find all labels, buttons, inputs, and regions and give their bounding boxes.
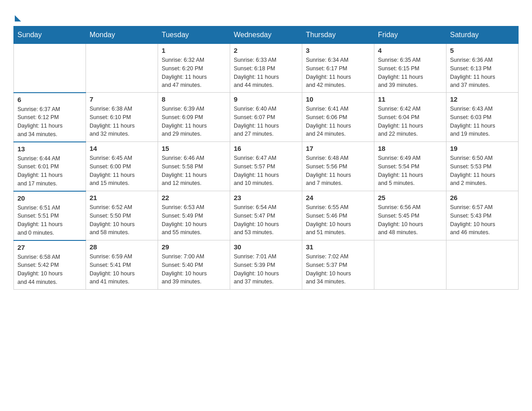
day-header-thursday: Thursday <box>302 26 374 44</box>
day-info: Sunrise: 6:32 AMSunset: 6:20 PMDaylight:… <box>162 56 226 90</box>
calendar-cell: 30Sunrise: 7:01 AMSunset: 5:39 PMDayligh… <box>230 240 302 290</box>
day-info: Sunrise: 6:45 AMSunset: 6:00 PMDaylight:… <box>90 154 154 188</box>
logo-arrow-icon <box>15 15 21 21</box>
calendar-cell: 14Sunrise: 6:45 AMSunset: 6:00 PMDayligh… <box>86 142 158 191</box>
day-info: Sunrise: 6:33 AMSunset: 6:18 PMDaylight:… <box>234 56 298 90</box>
day-info: Sunrise: 7:02 AMSunset: 5:37 PMDaylight:… <box>306 253 370 286</box>
day-info: Sunrise: 6:56 AMSunset: 5:45 PMDaylight:… <box>378 203 442 237</box>
day-info: Sunrise: 6:57 AMSunset: 5:43 PMDaylight:… <box>450 203 515 237</box>
calendar-cell: 17Sunrise: 6:48 AMSunset: 5:56 PMDayligh… <box>302 142 374 191</box>
calendar-cell: 22Sunrise: 6:53 AMSunset: 5:49 PMDayligh… <box>158 191 230 240</box>
day-info: Sunrise: 6:48 AMSunset: 5:56 PMDaylight:… <box>306 154 370 188</box>
day-number: 26 <box>450 194 515 201</box>
day-number: 15 <box>162 145 226 152</box>
calendar-cell: 26Sunrise: 6:57 AMSunset: 5:43 PMDayligh… <box>446 191 519 240</box>
day-header-tuesday: Tuesday <box>158 26 230 44</box>
day-number: 31 <box>306 243 370 251</box>
logo <box>13 13 21 21</box>
calendar-cell: 25Sunrise: 6:56 AMSunset: 5:45 PMDayligh… <box>374 191 446 240</box>
calendar-cell: 20Sunrise: 6:51 AMSunset: 5:51 PMDayligh… <box>14 191 86 240</box>
day-info: Sunrise: 7:00 AMSunset: 5:40 PMDaylight:… <box>162 253 226 286</box>
day-number: 19 <box>450 145 515 152</box>
day-number: 9 <box>234 95 298 103</box>
calendar-table: SundayMondayTuesdayWednesdayThursdayFrid… <box>13 26 519 290</box>
calendar-cell: 27Sunrise: 6:58 AMSunset: 5:42 PMDayligh… <box>14 240 86 290</box>
day-number: 29 <box>162 243 226 251</box>
calendar-cell <box>446 240 519 290</box>
day-number: 20 <box>17 194 82 202</box>
day-info: Sunrise: 6:37 AMSunset: 6:12 PMDaylight:… <box>17 105 82 139</box>
page-header <box>13 9 519 21</box>
calendar-cell: 3Sunrise: 6:34 AMSunset: 6:17 PMDaylight… <box>302 44 374 93</box>
day-number: 8 <box>162 95 226 103</box>
day-info: Sunrise: 7:01 AMSunset: 5:39 PMDaylight:… <box>234 253 298 286</box>
day-number: 3 <box>306 47 370 54</box>
day-info: Sunrise: 6:55 AMSunset: 5:46 PMDaylight:… <box>306 203 370 237</box>
calendar-cell: 29Sunrise: 7:00 AMSunset: 5:40 PMDayligh… <box>158 240 230 290</box>
calendar-cell: 2Sunrise: 6:33 AMSunset: 6:18 PMDaylight… <box>230 44 302 93</box>
calendar-cell: 15Sunrise: 6:46 AMSunset: 5:58 PMDayligh… <box>158 142 230 191</box>
calendar-cell: 19Sunrise: 6:50 AMSunset: 5:53 PMDayligh… <box>446 142 519 191</box>
day-number: 2 <box>234 47 298 54</box>
day-number: 21 <box>90 194 154 201</box>
day-number: 12 <box>450 95 515 103</box>
day-info: Sunrise: 6:35 AMSunset: 6:15 PMDaylight:… <box>378 56 442 90</box>
day-info: Sunrise: 6:39 AMSunset: 6:09 PMDaylight:… <box>162 105 226 138</box>
calendar-cell: 31Sunrise: 7:02 AMSunset: 5:37 PMDayligh… <box>302 240 374 290</box>
day-info: Sunrise: 6:43 AMSunset: 6:03 PMDaylight:… <box>450 105 515 138</box>
calendar-cell: 12Sunrise: 6:43 AMSunset: 6:03 PMDayligh… <box>446 93 519 142</box>
day-info: Sunrise: 6:44 AMSunset: 6:01 PMDaylight:… <box>17 154 82 188</box>
day-info: Sunrise: 6:54 AMSunset: 5:47 PMDaylight:… <box>234 203 298 237</box>
day-header-saturday: Saturday <box>446 26 519 44</box>
day-number: 5 <box>450 47 515 54</box>
calendar-cell <box>14 44 86 93</box>
day-number: 14 <box>90 145 154 152</box>
day-info: Sunrise: 6:40 AMSunset: 6:07 PMDaylight:… <box>234 105 298 138</box>
day-header-monday: Monday <box>86 26 158 44</box>
day-number: 23 <box>234 194 298 201</box>
calendar-cell <box>86 44 158 93</box>
day-info: Sunrise: 6:58 AMSunset: 5:42 PMDaylight:… <box>17 253 82 287</box>
calendar-cell: 10Sunrise: 6:41 AMSunset: 6:06 PMDayligh… <box>302 93 374 142</box>
calendar-cell: 28Sunrise: 6:59 AMSunset: 5:41 PMDayligh… <box>86 240 158 290</box>
day-info: Sunrise: 6:59 AMSunset: 5:41 PMDaylight:… <box>90 253 154 286</box>
calendar-cell: 6Sunrise: 6:37 AMSunset: 6:12 PMDaylight… <box>14 93 86 142</box>
day-number: 18 <box>378 145 442 152</box>
day-number: 30 <box>234 243 298 251</box>
calendar-cell: 16Sunrise: 6:47 AMSunset: 5:57 PMDayligh… <box>230 142 302 191</box>
day-number: 11 <box>378 95 442 103</box>
day-info: Sunrise: 6:47 AMSunset: 5:57 PMDaylight:… <box>234 154 298 188</box>
day-number: 16 <box>234 145 298 152</box>
calendar-cell: 8Sunrise: 6:39 AMSunset: 6:09 PMDaylight… <box>158 93 230 142</box>
day-info: Sunrise: 6:53 AMSunset: 5:49 PMDaylight:… <box>162 203 226 237</box>
calendar-cell: 18Sunrise: 6:49 AMSunset: 5:54 PMDayligh… <box>374 142 446 191</box>
day-header-sunday: Sunday <box>14 26 86 44</box>
day-number: 22 <box>162 194 226 201</box>
day-number: 28 <box>90 243 154 251</box>
day-info: Sunrise: 6:41 AMSunset: 6:06 PMDaylight:… <box>306 105 370 138</box>
day-number: 13 <box>17 145 82 153</box>
day-number: 7 <box>90 95 154 103</box>
calendar-cell: 23Sunrise: 6:54 AMSunset: 5:47 PMDayligh… <box>230 191 302 240</box>
calendar-cell: 7Sunrise: 6:38 AMSunset: 6:10 PMDaylight… <box>86 93 158 142</box>
calendar-cell: 11Sunrise: 6:42 AMSunset: 6:04 PMDayligh… <box>374 93 446 142</box>
day-number: 6 <box>17 96 82 103</box>
day-number: 1 <box>162 47 226 54</box>
calendar-cell: 4Sunrise: 6:35 AMSunset: 6:15 PMDaylight… <box>374 44 446 93</box>
calendar-cell: 24Sunrise: 6:55 AMSunset: 5:46 PMDayligh… <box>302 191 374 240</box>
day-info: Sunrise: 6:36 AMSunset: 6:13 PMDaylight:… <box>450 56 515 90</box>
day-info: Sunrise: 6:51 AMSunset: 5:51 PMDaylight:… <box>17 204 82 237</box>
calendar-cell: 9Sunrise: 6:40 AMSunset: 6:07 PMDaylight… <box>230 93 302 142</box>
day-info: Sunrise: 6:34 AMSunset: 6:17 PMDaylight:… <box>306 56 370 90</box>
day-info: Sunrise: 6:42 AMSunset: 6:04 PMDaylight:… <box>378 105 442 138</box>
day-number: 17 <box>306 145 370 152</box>
day-number: 24 <box>306 194 370 201</box>
calendar-cell: 1Sunrise: 6:32 AMSunset: 6:20 PMDaylight… <box>158 44 230 93</box>
day-number: 25 <box>378 194 442 201</box>
day-number: 27 <box>17 244 82 251</box>
day-info: Sunrise: 6:46 AMSunset: 5:58 PMDaylight:… <box>162 154 226 188</box>
calendar-cell <box>374 240 446 290</box>
day-number: 4 <box>378 47 442 54</box>
day-number: 10 <box>306 95 370 103</box>
calendar-cell: 13Sunrise: 6:44 AMSunset: 6:01 PMDayligh… <box>14 142 86 191</box>
